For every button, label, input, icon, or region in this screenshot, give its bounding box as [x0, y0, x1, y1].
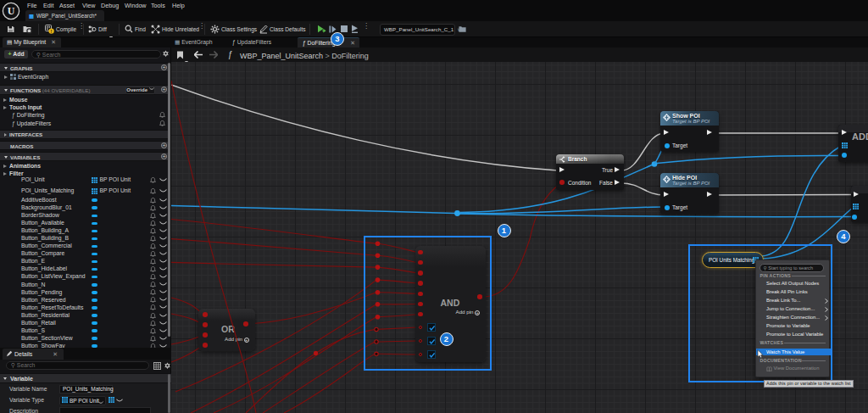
svg-text:U: U [8, 5, 15, 17]
svg-text:!: ! [51, 29, 53, 34]
